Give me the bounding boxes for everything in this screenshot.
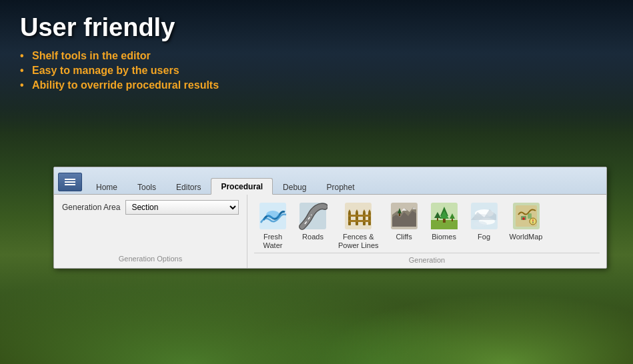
toolbar-body: Generation Area Section Generation Optio…	[54, 195, 606, 268]
icons-row: FreshWater Roads	[254, 199, 600, 253]
svg-rect-34	[528, 213, 532, 219]
bullet-item-3: Ability to override procedural results	[20, 79, 613, 91]
fences-power-lines-label: Fences &Power Lines	[338, 233, 379, 250]
svg-rect-7	[368, 212, 371, 225]
toolbar-item-roads[interactable]: Roads	[294, 199, 332, 244]
svg-point-38	[522, 217, 525, 220]
tab-prophet[interactable]: Prophet	[316, 179, 364, 195]
svg-rect-8	[348, 215, 371, 217]
fog-icon	[470, 201, 499, 231]
worldmap-label: WorldMap	[510, 233, 543, 241]
biomes-label: Biomes	[432, 233, 456, 241]
roads-label: Roads	[302, 233, 324, 241]
roads-icon	[298, 201, 328, 231]
tab-editors[interactable]: Editors	[166, 179, 211, 195]
biomes-icon	[430, 201, 459, 231]
fresh-water-icon	[258, 201, 287, 231]
svg-point-30	[474, 221, 487, 227]
bullet-item-1: Shelf tools in the editor	[20, 50, 613, 62]
svg-rect-25	[452, 219, 453, 221]
svg-rect-6	[363, 212, 366, 225]
svg-rect-9	[348, 220, 371, 222]
svg-rect-21	[443, 219, 446, 223]
svg-rect-4	[348, 212, 351, 225]
page-title: User friendly	[20, 13, 613, 42]
generation-area-select[interactable]: Section	[125, 200, 239, 215]
toolbar-item-fresh-water[interactable]: FreshWater	[254, 199, 291, 253]
svg-rect-5	[356, 212, 358, 225]
main-content: User friendly Shelf tools in the editor …	[0, 0, 633, 125]
tab-procedural[interactable]: Procedural	[211, 178, 273, 195]
cliffs-icon	[390, 201, 419, 231]
toolbar-item-worldmap[interactable]: WorldMap	[506, 199, 547, 244]
tab-debug[interactable]: Debug	[273, 179, 316, 195]
generation-area-row: Generation Area Section	[62, 200, 239, 215]
svg-rect-16	[399, 213, 400, 216]
tab-home[interactable]: Home	[86, 179, 127, 195]
svg-point-1	[266, 211, 279, 219]
tab-bar: Home Tools Editors Procedural Debug Prop…	[54, 167, 606, 195]
toolbar-item-biomes[interactable]: Biomes	[426, 199, 463, 244]
toolbar-window: Home Tools Editors Procedural Debug Prop…	[53, 167, 607, 269]
svg-rect-23	[437, 218, 438, 221]
fences-power-lines-icon	[344, 201, 373, 231]
cliffs-label: Cliffs	[396, 233, 412, 241]
bullet-item-2: Easy to manage by the users	[20, 65, 613, 77]
fog-label: Fog	[478, 233, 490, 241]
toolbar-item-cliffs[interactable]: Cliffs	[386, 199, 423, 244]
toolbar-item-fog[interactable]: Fog	[466, 199, 503, 244]
toolbar-icons-section: FreshWater Roads	[247, 195, 606, 268]
generation-area-section: Generation Area Section Generation Optio…	[54, 195, 247, 268]
fresh-water-label: FreshWater	[263, 233, 283, 250]
generation-label: Generation	[254, 253, 600, 264]
generation-options-label: Generation Options	[62, 249, 239, 263]
worldmap-icon	[512, 201, 541, 231]
tab-tools[interactable]: Tools	[127, 179, 166, 195]
bullet-list: Shelf tools in the editor Easy to manage…	[20, 50, 613, 91]
toolbar-item-fences-power-lines[interactable]: Fences &Power Lines	[334, 199, 383, 253]
window-icon	[58, 173, 82, 191]
generation-area-label: Generation Area	[62, 203, 120, 212]
